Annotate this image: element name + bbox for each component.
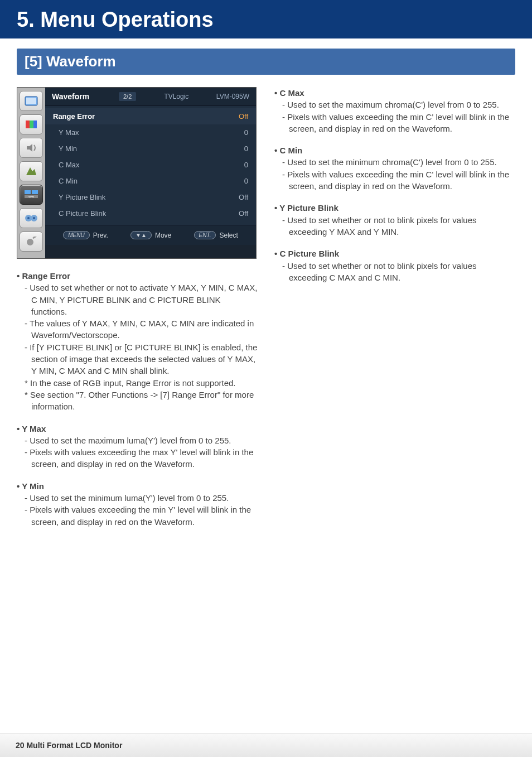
osd-row-label: C Min (59, 177, 78, 185)
osd-nav-prev: MENU Prev. (63, 231, 108, 239)
osd-footer: MENU Prev. ▼▲ Move ENT. Select (45, 225, 256, 245)
body-line: - Pixels with values exceeding the min C… (282, 111, 515, 135)
body-line: - Pixels with values exceeding the min Y… (25, 504, 258, 528)
svg-text:WFM: WFM (28, 195, 34, 198)
item-cmax: C Max - Used to set the maximum chroma(C… (274, 87, 515, 134)
item-heading: Range Error (17, 270, 258, 282)
item-heading: C Min (274, 144, 515, 156)
osd-row-value: Off (239, 193, 248, 201)
svg-rect-17 (32, 237, 37, 239)
osd-row-value: 0 (244, 144, 248, 153)
osd-page-indicator: 2/2 (119, 92, 136, 101)
section-subtitle: [5] Waveform (17, 49, 515, 75)
osd-body: Range Error Off Y Max 0 Y Min 0 C Max (45, 106, 256, 225)
body-line: - The values of Y MAX, Y MIN, C MAX, C M… (25, 317, 258, 341)
osd-icon-color[interactable] (20, 114, 43, 134)
body-line: - Used to set the maximum luma(Y') level… (25, 435, 258, 446)
svg-rect-5 (33, 120, 37, 128)
osd-row-ypicture[interactable]: Y Picture Blink Off (45, 189, 256, 205)
svg-rect-4 (30, 120, 33, 128)
osd-sidebar: WFM (17, 88, 45, 258)
svg-point-16 (27, 239, 33, 245)
item-body: - Used to set whether or not to blink pi… (274, 214, 515, 238)
osd-row-ymin[interactable]: Y Min 0 (45, 141, 256, 157)
item-ymax: Y Max - Used to set the maximum luma(Y')… (17, 423, 258, 470)
svg-marker-7 (26, 167, 36, 175)
item-cmin: C Min - Used to set the minimum chroma(C… (274, 144, 515, 192)
osd-row-value: 0 (244, 177, 248, 185)
osd-row-label: Y Picture Blink (59, 193, 105, 201)
left-column: WFM Waveform 2/2 TVLogic LVM-095W (17, 87, 258, 538)
footer-text: 20 Multi Format LCD Monitor (16, 741, 122, 750)
osd-icon-picture[interactable] (20, 91, 43, 111)
svg-rect-3 (26, 120, 30, 128)
item-body: - Used to set whether or not to activate… (17, 282, 258, 412)
osd-row-label: Y Max (59, 128, 79, 137)
item-body: - Used to set the maximum chroma(C') lev… (274, 99, 515, 134)
item-heading: C Max (274, 87, 515, 99)
osd-title: Waveform (52, 92, 119, 101)
osd-row-value: 0 (244, 161, 248, 169)
svg-point-14 (27, 217, 30, 219)
osd-row-ymax[interactable]: Y Max 0 (45, 124, 256, 141)
svg-marker-6 (27, 144, 32, 152)
osd-header: Waveform 2/2 TVLogic LVM-095W (45, 88, 256, 106)
osd-nav-move: ▼▲ Move (130, 231, 171, 239)
page: 5. Menu Operations [5] Waveform (0, 0, 532, 757)
osd-nav-label: Select (219, 232, 238, 239)
osd-row-value: Off (239, 112, 248, 120)
osd-row-label: C Picture Blink (59, 209, 106, 218)
osd-nav-label: Prev. (93, 232, 108, 239)
enter-key-icon: ENT. (194, 231, 216, 239)
osd-row-cmax[interactable]: C Max 0 (45, 157, 256, 173)
osd-menu: WFM Waveform 2/2 TVLogic LVM-095W (17, 87, 257, 259)
osd-icon-waveform[interactable]: WFM (20, 185, 43, 205)
body-line: - Used to set the maximum chroma(C') lev… (282, 99, 515, 110)
arrow-key-icon: ▼▲ (130, 231, 152, 239)
svg-rect-9 (32, 190, 38, 194)
osd-icon-system[interactable] (20, 232, 43, 252)
body-line: - Used to set whether or not to blink pi… (282, 260, 515, 284)
svg-rect-1 (26, 98, 36, 104)
right-column: C Max - Used to set the maximum chroma(C… (274, 87, 515, 538)
body-line: - Pixels with values exceeding the min C… (282, 168, 515, 192)
section-title: 5. Menu Operations (0, 0, 532, 38)
item-body: - Used to set the minimum luma(Y') level… (17, 492, 258, 528)
osd-row-label: C Max (59, 161, 80, 169)
body-line: - Pixels with values exceeding the max Y… (25, 446, 258, 470)
body-line: * In the case of RGB input, Range Error … (25, 377, 258, 389)
body-line: - Used to set whether or not to blink pi… (282, 214, 515, 238)
osd-main: Waveform 2/2 TVLogic LVM-095W Range Erro… (45, 88, 256, 245)
osd-row-label: Y Min (59, 144, 77, 153)
content-columns: WFM Waveform 2/2 TVLogic LVM-095W (0, 75, 532, 538)
osd-row-value: Off (239, 209, 248, 218)
osd-row-label: Range Error (53, 112, 95, 120)
osd-icon-display[interactable] (20, 208, 43, 228)
osd-row-range-error[interactable]: Range Error Off (45, 108, 256, 124)
osd-row-value: 0 (244, 128, 248, 137)
body-line: - Used to set the minimum chroma(C') lev… (282, 156, 515, 168)
menu-key-icon: MENU (63, 231, 89, 239)
page-footer: 20 Multi Format LCD Monitor (0, 734, 532, 757)
item-heading: Y Min (17, 480, 258, 492)
svg-rect-8 (25, 190, 31, 194)
body-line: - Used to set whether or not to activate… (25, 282, 258, 317)
osd-nav-select: ENT. Select (194, 231, 238, 239)
item-ymin: Y Min - Used to set the minimum luma(Y')… (17, 480, 258, 528)
osd-brand: TVLogic (164, 93, 216, 100)
osd-row-cmin[interactable]: C Min 0 (45, 173, 256, 189)
item-body: - Used to set the maximum luma(Y') level… (17, 435, 258, 470)
body-line: * See section "7. Other Functions -> [7]… (25, 389, 258, 413)
item-body: - Used to set whether or not to blink pi… (274, 260, 515, 284)
osd-icon-marker[interactable] (20, 161, 43, 181)
item-cpicture: C Picture Blink - Used to set whether or… (274, 248, 515, 283)
item-heading: C Picture Blink (274, 248, 515, 259)
item-range-error: Range Error - Used to set whether or not… (17, 270, 258, 413)
item-body: - Used to set the minimum chroma(C') lev… (274, 156, 515, 192)
osd-icon-audio[interactable] (20, 138, 43, 158)
body-line: - If [Y PICTURE BLINK] or [C PICTURE BLI… (25, 341, 258, 377)
osd-nav-label: Move (155, 232, 171, 239)
item-heading: Y Picture Blink (274, 202, 515, 214)
osd-row-cpicture[interactable]: C Picture Blink Off (45, 205, 256, 221)
osd-model: LVM-095W (216, 93, 249, 100)
